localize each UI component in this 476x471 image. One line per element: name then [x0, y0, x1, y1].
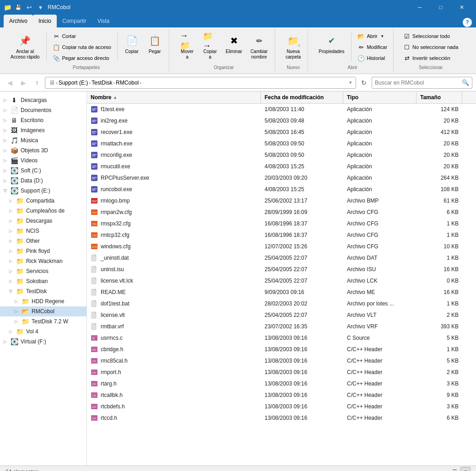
- table-row[interactable]: CFG windows.cfg 12/07/2002 15:26 Archivo…: [87, 241, 476, 252]
- table-row[interactable]: CFG rmtcp32.cfg 16/08/1996 18:37 Archivo…: [87, 230, 476, 241]
- table-row[interactable]: uninst.isu 25/04/2005 22:07 Archivo ISU …: [87, 264, 476, 275]
- table-row[interactable]: C/H rtcbdefs.h 13/08/2003 09:16 C/C++ He…: [87, 401, 476, 412]
- sidebar-item-virtual-f[interactable]: ▷ 💽 Virtual (F:): [0, 337, 87, 347]
- copiar-button[interactable]: 📄 Copiar: [121, 31, 142, 57]
- search-icon[interactable]: 🔍: [462, 79, 469, 86]
- undo-icon-title[interactable]: ↩: [26, 4, 33, 11]
- sidebar-item-support-e[interactable]: ▽ 💽 Support (E:): [0, 186, 87, 196]
- no-seleccionar-btn[interactable]: ☐ No seleccionar nada: [401, 42, 460, 52]
- col-tipo[interactable]: Tipo: [343, 91, 416, 103]
- forward-button[interactable]: ▶: [17, 77, 29, 89]
- table-row[interactable]: C/H rtcallbk.h 13/08/2003 09:16 C/C++ He…: [87, 390, 476, 401]
- table-row[interactable]: recover1.exe 5/08/2003 16:45 Aplicación …: [87, 127, 476, 138]
- sidebar-item-descargas[interactable]: ▷ ⬇ Descargas: [0, 95, 87, 105]
- path-dropdown-icon[interactable]: ▾: [349, 80, 352, 86]
- tab-inicio[interactable]: Inicio: [33, 15, 57, 27]
- table-row[interactable]: runcobol.exe 4/08/2003 15:25 Aplicación …: [87, 184, 476, 195]
- sidebar-item-data-d[interactable]: ▷ 💽 Data (D:): [0, 176, 87, 186]
- sidebar-item-rmcobol[interactable]: ▷ 📂 RMCobol: [0, 306, 87, 316]
- sidebar-item-objetos3d[interactable]: ▷ 📦 Objetos 3D: [0, 145, 87, 155]
- sidebar-item-hdd-regene[interactable]: ▷ 📁 HDD Regene: [0, 296, 87, 306]
- propiedades-button[interactable]: ✔ Propiedades: [315, 31, 347, 57]
- invertir-seleccion-btn[interactable]: ⇄ Invertir selección: [401, 53, 460, 63]
- table-row[interactable]: C/H rtccd.h 13/08/2003 09:16 C/C++ Heade…: [87, 412, 476, 424]
- seleccionar-todo-btn[interactable]: ☑ Seleccionar todo: [401, 31, 460, 41]
- minimize-button[interactable]: ─: [409, 0, 430, 15]
- tab-compartir[interactable]: Compartir: [57, 15, 92, 27]
- path-part-0[interactable]: Support (E:): [59, 80, 88, 86]
- path-part-2[interactable]: RMCobol: [116, 80, 139, 86]
- refresh-button[interactable]: ↻: [358, 77, 370, 89]
- sidebar-item-cumpleanos[interactable]: ▷ 📁 Cumpleaños de: [0, 206, 87, 216]
- up-button[interactable]: ↑: [31, 77, 43, 89]
- table-row[interactable]: READ.ME 9/09/2003 09:16 Archivo ME 16 KB: [87, 287, 476, 298]
- table-row[interactable]: CFG rmpan2w.cfg 28/09/1999 16:09 Archivo…: [87, 207, 476, 218]
- cambiar-nombre-button[interactable]: ✏ Cambiarnombre: [247, 31, 271, 62]
- table-row[interactable]: C/H rtarg.h 13/08/2003 09:16 C/C++ Heade…: [87, 378, 476, 390]
- table-row[interactable]: license.vlt 25/04/2005 22:07 Archivo VLT…: [87, 310, 476, 321]
- pegar-acceso-button[interactable]: 📎 Pegar acceso directo: [50, 53, 114, 63]
- pegar-button[interactable]: 📋 Pegar: [144, 31, 165, 57]
- nueva-carpeta-button[interactable]: 📁 + Nuevacarpeta: [282, 31, 304, 62]
- tab-vista[interactable]: Vista: [92, 15, 115, 27]
- table-row[interactable]: rmattach.exe 5/08/2003 09:50 Aplicación …: [87, 138, 476, 150]
- help-button[interactable]: ?: [462, 17, 472, 27]
- table-row[interactable]: BMP rmlogo.bmp 25/06/2002 13:17 Archivo …: [87, 195, 476, 207]
- eliminar-button[interactable]: ✖ Eliminar: [222, 31, 245, 57]
- table-row[interactable]: dof1test.bat 28/02/2003 20:02 Archivo po…: [87, 298, 476, 310]
- sidebar-item-sokoban[interactable]: ▷ 📁 Sokoban: [0, 276, 87, 286]
- sidebar-item-soft-c[interactable]: ▷ 💽 Soft (C:): [0, 166, 87, 176]
- search-input[interactable]: [375, 80, 462, 86]
- file-header: Nombre ▲ Fecha de modificación Tipo Tama…: [87, 91, 476, 104]
- sidebar-item-musica[interactable]: ▷ 🎵 Música: [0, 135, 87, 145]
- dropdown-title-icon[interactable]: ▾: [37, 4, 44, 11]
- sidebar-item-descargas2[interactable]: ▷ 📁 Descargas: [0, 216, 87, 226]
- sidebar-item-servicios[interactable]: ▷ 📁 Servicios: [0, 266, 87, 276]
- address-path[interactable]: 🖥 › Support (E:) › TestDisk › RMCobol › …: [45, 77, 356, 89]
- sidebar-item-testdisk72[interactable]: ▷ 📁 TestDisk 7.2 W: [0, 316, 87, 326]
- tab-archivo[interactable]: Archivo: [4, 15, 33, 27]
- close-button[interactable]: ✕: [451, 0, 472, 15]
- table-row[interactable]: license.vlt.lck 25/04/2005 22:07 Archivo…: [87, 275, 476, 287]
- sidebar-item-rick-wackman[interactable]: ▷ 📁 Rick Wackman: [0, 256, 87, 266]
- detail-view-button[interactable]: ≡: [460, 467, 471, 471]
- sidebar-item-vol4[interactable]: ▷ 📁 Vol 4: [0, 326, 87, 337]
- sidebar-item-imagenes[interactable]: ▷ 🖼 Imágenes: [0, 125, 87, 135]
- sidebar-item-pink-floyd[interactable]: ▷ 📁 Pink floyd: [0, 246, 87, 256]
- maximize-button[interactable]: □: [430, 0, 451, 15]
- sidebar-item-testdisk[interactable]: ▽ 📁 TestDisk: [0, 286, 87, 296]
- list-view-button[interactable]: ☰: [449, 467, 460, 471]
- sidebar-item-ncis[interactable]: ▷ 📁 NCIS: [0, 226, 87, 236]
- table-row[interactable]: ini2reg.exe 5/08/2003 09:48 Aplicación 2…: [87, 115, 476, 127]
- cortar-button[interactable]: ✂ Cortar: [50, 31, 114, 41]
- table-row[interactable]: C/H cbridge.h 13/08/2003 09:16 C/C++ Hea…: [87, 344, 476, 355]
- sidebar-item-other[interactable]: ▷ 📁 Other: [0, 236, 87, 246]
- back-button[interactable]: ◀: [4, 77, 16, 89]
- sidebar-item-escritorio[interactable]: ▷ 🖥 Escritorio: [0, 115, 87, 125]
- table-row[interactable]: rmtbar.vrf 23/07/2002 16:35 Archivo VRF …: [87, 321, 476, 332]
- table-row[interactable]: f1test.exe 1/08/2003 11:40 Aplicación 12…: [87, 104, 476, 115]
- sidebar-item-videos[interactable]: ▷ 🎬 Vídeos: [0, 155, 87, 166]
- path-part-1[interactable]: TestDisk: [92, 80, 112, 86]
- sidebar-item-compartida[interactable]: ▷ 📁 Compartida: [0, 196, 87, 206]
- table-row[interactable]: RPCPlusServer.exe 20/03/2003 09:20 Aplic…: [87, 172, 476, 184]
- copiar-a-button[interactable]: 📁→ Copiara: [200, 31, 221, 62]
- abrir-btn[interactable]: 📂 Abrir ▾: [355, 31, 389, 41]
- mover-button[interactable]: →📁 Movera: [177, 31, 198, 62]
- historial-btn[interactable]: 🕐 Historial: [355, 53, 389, 63]
- table-row[interactable]: C usrmcs.c 13/08/2003 09:16 C Source 5 K…: [87, 332, 476, 344]
- table-row[interactable]: CFG rmspx32.cfg 16/08/1996 18:37 Archivo…: [87, 218, 476, 230]
- abrir-dropdown[interactable]: ▾: [381, 34, 384, 38]
- table-row[interactable]: rmucutil.exe 4/08/2003 15:25 Aplicación …: [87, 161, 476, 172]
- anclar-button[interactable]: 📌 Anclar alAcceso rápido: [7, 31, 43, 62]
- table-row[interactable]: C/H rmport.h 13/08/2003 09:16 C/C++ Head…: [87, 367, 476, 378]
- modificar-btn[interactable]: ✏ Modificar: [355, 42, 389, 52]
- col-tamano[interactable]: Tamaño: [416, 91, 462, 103]
- table-row[interactable]: _uninstl.dat 25/04/2005 22:07 Archivo DA…: [87, 252, 476, 264]
- col-nombre[interactable]: Nombre ▲: [87, 91, 261, 103]
- copiar-ruta-button[interactable]: 📋 Copiar ruta de acceso: [50, 42, 114, 52]
- table-row[interactable]: rmconfig.exe 5/08/2003 09:50 Aplicación …: [87, 150, 476, 161]
- col-fecha[interactable]: Fecha de modificación: [261, 91, 343, 103]
- table-row[interactable]: C/H rmc85cal.h 13/08/2003 09:16 C/C++ He…: [87, 355, 476, 367]
- sidebar-item-documentos[interactable]: ▷ 📄 Documentos: [0, 105, 87, 115]
